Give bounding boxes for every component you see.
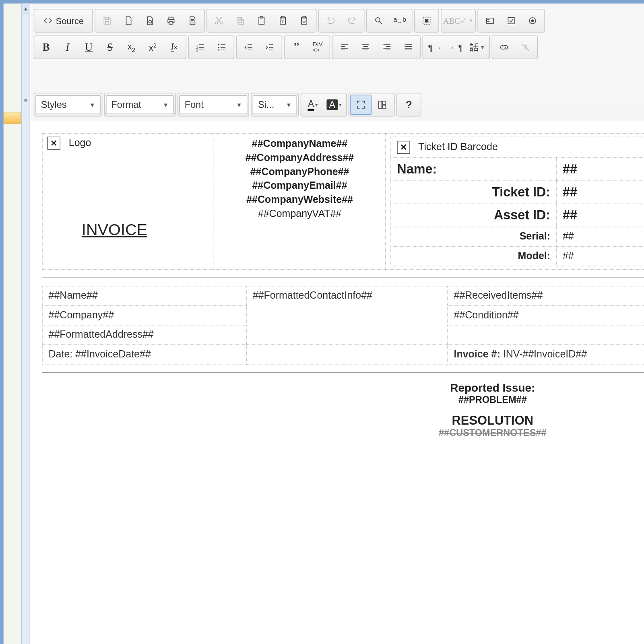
- svg-rect-18: [487, 21, 490, 22]
- customer-table: ##Name## ##FormattedContactInfo## ##Rece…: [42, 286, 644, 365]
- reported-issue-heading: Reported Issue:: [42, 382, 644, 394]
- bg-color-icon[interactable]: A▾: [324, 95, 345, 115]
- align-left-icon[interactable]: [334, 37, 355, 58]
- customer-contact: ##FormattedContactInfo##: [246, 286, 448, 345]
- font-dropdown[interactable]: Font▼: [179, 95, 247, 114]
- date-cell: Date: ##InvoiceDate##: [42, 345, 246, 364]
- serial-label: Serial:: [391, 227, 557, 247]
- indent-icon[interactable]: [259, 37, 281, 58]
- about-icon[interactable]: ?: [398, 95, 419, 115]
- spellcheck-icon: ABC✓▼: [442, 10, 474, 31]
- svg-point-25: [218, 44, 219, 45]
- styles-dropdown[interactable]: Styles▼: [35, 95, 101, 114]
- company-website: ##CompanyWebsite##: [219, 193, 380, 207]
- form-icon[interactable]: [479, 10, 501, 31]
- format-dropdown[interactable]: Format▼: [106, 95, 174, 114]
- find-icon[interactable]: [368, 10, 389, 31]
- paste-text-icon[interactable]: T: [272, 10, 293, 31]
- divider: [42, 277, 644, 278]
- underline-icon[interactable]: U: [78, 37, 99, 58]
- ordered-list-icon[interactable]: 123: [190, 37, 211, 58]
- show-blocks-icon[interactable]: [372, 95, 393, 115]
- div-icon[interactable]: DIV<>: [307, 37, 328, 58]
- svg-point-26: [218, 47, 219, 48]
- left-sidebar: ▴ ▾: [4, 4, 30, 644]
- issue-section: Reported Issue: ##PROBLEM## RESOLUTION #…: [42, 382, 644, 438]
- sidebar-selected-item[interactable]: [4, 112, 21, 124]
- align-center-icon[interactable]: [355, 37, 376, 58]
- save-icon: [96, 10, 118, 31]
- image-placeholder-icon[interactable]: ✕: [397, 141, 410, 154]
- asset-value: ##: [557, 204, 644, 227]
- model-label: Model:: [391, 246, 557, 266]
- unlink-icon: [515, 37, 536, 58]
- blockquote-icon[interactable]: ”: [286, 37, 307, 58]
- preview-icon[interactable]: [139, 10, 160, 31]
- editor-canvas[interactable]: ✕ Logo INVOICE ##CompanyName## ##Company…: [30, 121, 644, 644]
- subscript-icon[interactable]: x2: [121, 37, 142, 58]
- remove-format-icon[interactable]: I×: [163, 37, 185, 58]
- resolution-heading: RESOLUTION: [42, 414, 644, 428]
- radio-icon[interactable]: [522, 10, 543, 31]
- sidebar-scrollbar[interactable]: ▴ ▾: [21, 4, 30, 644]
- print-icon[interactable]: [160, 10, 182, 31]
- customer-name: ##Name##: [42, 286, 246, 306]
- image-placeholder-icon[interactable]: ✕: [47, 137, 60, 150]
- editor-main: Source T W: [30, 4, 644, 644]
- model-value: ##: [557, 246, 644, 266]
- ticket-value: ##: [557, 181, 644, 204]
- select-all-icon[interactable]: [416, 10, 437, 31]
- svg-point-1: [215, 22, 218, 24]
- company-phone: ##CompanyPhone##: [219, 165, 380, 179]
- company-vat: ##CompanyVAT##: [219, 207, 380, 221]
- undo-icon: [320, 10, 341, 31]
- maximize-icon[interactable]: [350, 95, 372, 115]
- svg-rect-30: [383, 105, 386, 108]
- size-dropdown[interactable]: Si...▼: [253, 95, 297, 114]
- paste-icon[interactable]: [251, 10, 272, 31]
- align-right-icon[interactable]: [376, 37, 398, 58]
- italic-icon[interactable]: I: [57, 37, 78, 58]
- svg-text:3: 3: [196, 49, 198, 52]
- paste-word-icon[interactable]: W: [293, 10, 315, 31]
- source-label: Source: [56, 16, 84, 26]
- name-value: ##: [557, 158, 644, 181]
- condition: ##Condition##: [448, 305, 644, 325]
- company-name: ##CompanyName##: [219, 137, 380, 151]
- superscript-icon[interactable]: x2: [142, 37, 163, 58]
- language-icon[interactable]: 話▼: [467, 37, 488, 58]
- checkbox-icon[interactable]: [501, 10, 522, 31]
- link-icon[interactable]: [493, 37, 515, 58]
- rtl-icon[interactable]: ←¶: [446, 37, 467, 58]
- ltr-icon[interactable]: ¶→: [424, 37, 446, 58]
- svg-point-27: [218, 50, 219, 51]
- align-justify-icon[interactable]: [398, 37, 419, 58]
- customer-company: ##Company##: [42, 305, 246, 325]
- new-page-icon[interactable]: [118, 10, 139, 31]
- serial-value: ##: [557, 227, 644, 247]
- templates-icon[interactable]: [182, 10, 203, 31]
- ticket-info-table: ✕ Ticket ID Barcode Name:## Ticket ID:##…: [390, 137, 644, 266]
- invoice-title: INVOICE: [47, 150, 209, 248]
- text-color-icon[interactable]: A▾: [302, 95, 324, 115]
- svg-point-13: [376, 18, 380, 22]
- scroll-grip-icon[interactable]: [22, 98, 29, 103]
- company-email: ##CompanyEmail##: [219, 179, 380, 193]
- unordered-list-icon[interactable]: [211, 37, 233, 58]
- svg-point-21: [531, 19, 534, 22]
- replace-icon[interactable]: a↔b: [389, 10, 411, 31]
- svg-text:W: W: [302, 20, 306, 24]
- svg-rect-3: [237, 18, 242, 23]
- redo-icon: [341, 10, 363, 31]
- outdent-icon[interactable]: [238, 37, 259, 58]
- svg-point-2: [220, 22, 222, 24]
- asset-label: Asset ID:: [391, 204, 557, 227]
- cut-icon: [208, 10, 229, 31]
- bold-icon[interactable]: B: [35, 37, 57, 58]
- scroll-up-icon[interactable]: ▴: [22, 4, 29, 14]
- svg-rect-29: [383, 101, 386, 104]
- strike-icon[interactable]: S: [99, 37, 121, 58]
- svg-rect-19: [508, 18, 514, 24]
- barcode-label: Ticket ID Barcode: [418, 141, 498, 153]
- source-button[interactable]: Source: [35, 10, 91, 31]
